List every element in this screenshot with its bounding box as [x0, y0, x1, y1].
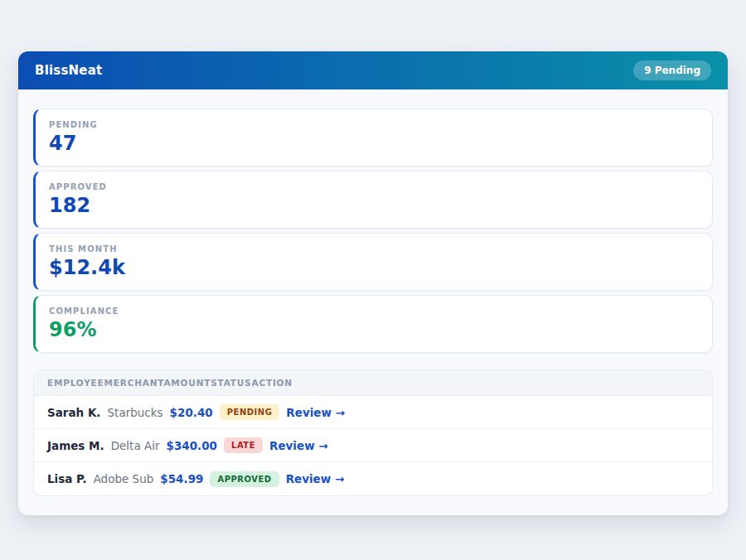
app-header: BlissNeat 9 Pending — [18, 51, 728, 89]
stat-value: 96% — [49, 320, 699, 340]
review-link[interactable]: Review → — [286, 406, 345, 419]
stat-card-approved: APPROVED 182 — [33, 171, 713, 229]
stat-value: $12.4k — [49, 258, 699, 278]
column-header-amount: AMOUNT — [163, 378, 211, 388]
employee-name: Sarah K. — [47, 406, 101, 419]
column-header-status: STATUS — [211, 378, 251, 388]
column-header-merchant: MERCHANT — [104, 378, 164, 388]
column-header-action: ACTION — [251, 378, 292, 388]
app-title: BlissNeat — [35, 63, 102, 78]
dashboard-content: PENDING 47 APPROVED 182 THIS MONTH $12.4… — [18, 89, 728, 515]
expense-amount: $20.40 — [170, 406, 213, 419]
stat-label: COMPLIANCE — [49, 307, 699, 316]
stat-label: THIS MONTH — [49, 244, 699, 253]
review-link[interactable]: Review → — [269, 439, 328, 452]
table-row: Lisa P. Adobe Sub $54.99 APPROVED Review… — [34, 462, 712, 495]
table-row: James M. Delta Air $340.00 LATE Review → — [34, 429, 712, 462]
column-header-employee: EMPLOYEE — [47, 378, 104, 388]
merchant-name: Adobe Sub — [94, 472, 154, 485]
stat-card-pending: PENDING 47 — [33, 109, 713, 167]
stat-label: PENDING — [49, 120, 699, 129]
employee-name: Lisa P. — [47, 472, 87, 485]
expense-amount: $54.99 — [160, 472, 203, 485]
merchant-name: Delta Air — [111, 439, 160, 452]
dashboard-card: BlissNeat 9 Pending PENDING 47 APPROVED … — [18, 51, 728, 515]
employee-name: James M. — [47, 439, 104, 452]
table-header-row: EMPLOYEEMERCHANTAMOUNTSTATUSACTION — [34, 370, 712, 396]
status-badge: APPROVED — [210, 471, 279, 487]
review-link[interactable]: Review → — [286, 472, 345, 485]
status-badge: LATE — [224, 437, 263, 453]
stat-value: 47 — [49, 133, 699, 154]
expense-amount: $340.00 — [167, 439, 218, 452]
stat-card-this-month: THIS MONTH $12.4k — [33, 233, 713, 291]
stat-label: APPROVED — [49, 182, 699, 191]
merchant-name: Starbucks — [108, 406, 163, 419]
stat-card-compliance: COMPLIANCE 96% — [33, 295, 713, 353]
stat-value: 182 — [49, 196, 699, 216]
table-row: Sarah K. Starbucks $20.40 PENDING Review… — [34, 396, 712, 429]
pending-count-badge: 9 Pending — [633, 60, 711, 80]
expenses-table: EMPLOYEEMERCHANTAMOUNTSTATUSACTION Sarah… — [33, 369, 713, 496]
status-badge: PENDING — [220, 404, 280, 420]
